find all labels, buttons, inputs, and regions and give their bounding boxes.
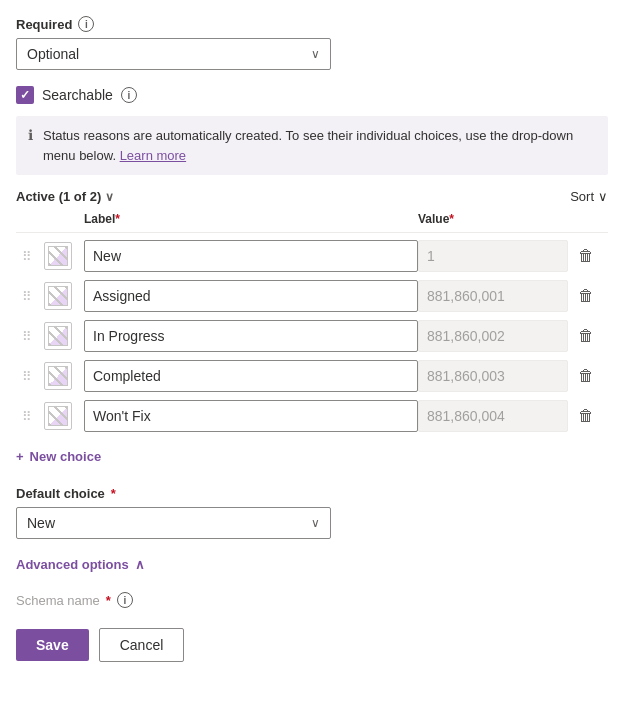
color-swatch-preview xyxy=(48,326,68,346)
advanced-options-button[interactable]: Advanced options ∧ xyxy=(16,553,145,576)
active-header: Active (1 of 2) ∨ Sort ∨ xyxy=(16,189,608,204)
color-swatch-preview xyxy=(48,406,68,426)
table-row: ⠿ 🗑 xyxy=(16,397,608,435)
schema-name-text: Schema name xyxy=(16,593,100,608)
default-choice-section: Default choice * New ∨ xyxy=(16,486,608,539)
label-input[interactable] xyxy=(84,320,418,352)
info-banner-icon: ℹ xyxy=(28,127,33,143)
info-banner-text: Status reasons are automatically created… xyxy=(43,126,596,165)
schema-info-icon[interactable]: i xyxy=(117,592,133,608)
default-choice-dropdown[interactable]: New ∨ xyxy=(16,507,331,539)
advanced-options-label: Advanced options xyxy=(16,557,129,572)
color-swatch[interactable] xyxy=(44,282,72,310)
label-input[interactable] xyxy=(84,400,418,432)
add-choice-plus: + xyxy=(16,449,24,464)
active-dropdown[interactable]: Active (1 of 2) ∨ xyxy=(16,189,114,204)
choice-table: ⠿ 🗑 ⠿ 🗑 ⠿ 🗑 ⠿ xyxy=(16,237,608,435)
searchable-label: Searchable xyxy=(42,87,113,103)
default-choice-required-star: * xyxy=(111,486,116,501)
value-input xyxy=(418,360,568,392)
col-label-header: Label* xyxy=(84,212,418,226)
delete-button[interactable]: 🗑 xyxy=(568,403,604,429)
default-choice-text: Default choice xyxy=(16,486,105,501)
default-choice-label: Default choice * xyxy=(16,486,608,501)
searchable-info-icon[interactable]: i xyxy=(121,87,137,103)
table-row: ⠿ 🗑 xyxy=(16,237,608,275)
col-label-text: Label xyxy=(84,212,115,226)
info-banner: ℹ Status reasons are automatically creat… xyxy=(16,116,608,175)
add-choice-label: New choice xyxy=(30,449,102,464)
required-text: Required xyxy=(16,17,72,32)
color-swatch[interactable] xyxy=(44,322,72,350)
required-dropdown-arrow: ∨ xyxy=(311,47,320,61)
delete-button[interactable]: 🗑 xyxy=(568,283,604,309)
col-value-text: Value xyxy=(418,212,449,226)
drag-handle[interactable]: ⠿ xyxy=(20,289,44,304)
col-value-header: Value* xyxy=(418,212,568,226)
value-input xyxy=(418,400,568,432)
required-info-icon[interactable]: i xyxy=(78,16,94,32)
table-row: ⠿ 🗑 xyxy=(16,317,608,355)
drag-handle[interactable]: ⠿ xyxy=(20,369,44,384)
color-swatch-preview xyxy=(48,366,68,386)
required-dropdown-value: Optional xyxy=(27,46,79,62)
default-choice-arrow: ∨ xyxy=(311,516,320,530)
learn-more-link[interactable]: Learn more xyxy=(120,148,186,163)
cancel-button[interactable]: Cancel xyxy=(99,628,185,662)
color-swatch[interactable] xyxy=(44,242,72,270)
required-section: Required i Optional ∨ xyxy=(16,16,608,70)
label-required-star: * xyxy=(115,212,120,226)
color-swatch-preview xyxy=(48,246,68,266)
schema-section: Schema name * i xyxy=(16,592,608,608)
color-swatch-preview xyxy=(48,286,68,306)
searchable-row: Searchable i xyxy=(16,86,608,104)
value-required-star: * xyxy=(449,212,454,226)
value-input xyxy=(418,280,568,312)
drag-handle[interactable]: ⠿ xyxy=(20,329,44,344)
value-input xyxy=(418,240,568,272)
sort-label: Sort xyxy=(570,189,594,204)
drag-handle[interactable]: ⠿ xyxy=(20,409,44,424)
schema-label-row: Schema name * i xyxy=(16,592,608,608)
required-label: Required i xyxy=(16,16,608,32)
sort-button[interactable]: Sort ∨ xyxy=(570,189,608,204)
color-swatch[interactable] xyxy=(44,402,72,430)
sort-arrow: ∨ xyxy=(598,189,608,204)
color-swatch[interactable] xyxy=(44,362,72,390)
delete-button[interactable]: 🗑 xyxy=(568,243,604,269)
active-label-text: Active (1 of 2) xyxy=(16,189,101,204)
value-input xyxy=(418,320,568,352)
active-chevron: ∨ xyxy=(105,190,114,204)
delete-button[interactable]: 🗑 xyxy=(568,363,604,389)
schema-required-star: * xyxy=(106,593,111,608)
searchable-checkbox[interactable] xyxy=(16,86,34,104)
table-row: ⠿ 🗑 xyxy=(16,357,608,395)
add-choice-button[interactable]: + New choice xyxy=(16,445,101,468)
table-row: ⠿ 🗑 xyxy=(16,277,608,315)
table-header: Label* Value* xyxy=(16,212,608,233)
label-input[interactable] xyxy=(84,280,418,312)
save-button[interactable]: Save xyxy=(16,629,89,661)
default-choice-value: New xyxy=(27,515,55,531)
advanced-options-chevron: ∧ xyxy=(135,557,145,572)
label-input[interactable] xyxy=(84,360,418,392)
label-input[interactable] xyxy=(84,240,418,272)
drag-handle[interactable]: ⠿ xyxy=(20,249,44,264)
delete-button[interactable]: 🗑 xyxy=(568,323,604,349)
footer-buttons: Save Cancel xyxy=(16,628,608,662)
required-dropdown[interactable]: Optional ∨ xyxy=(16,38,331,70)
